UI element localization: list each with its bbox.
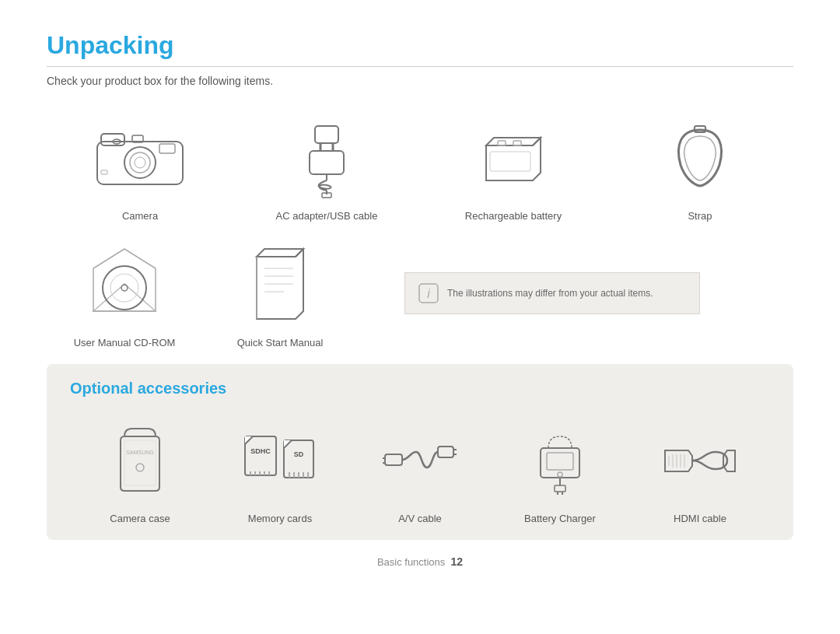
- hdmi-icon: [661, 429, 739, 491]
- adapter-icon: [288, 118, 366, 196]
- svg-rect-38: [124, 440, 156, 485]
- charger-icon: [525, 425, 595, 495]
- note-text: The illustrations may differ from your a…: [447, 288, 653, 299]
- svg-rect-60: [438, 447, 453, 457]
- cdrom-icon: [82, 245, 167, 323]
- svg-text:SDHC: SDHC: [250, 447, 271, 455]
- item-memory-cards: SDHC SD: [214, 413, 346, 524]
- svg-point-4: [135, 157, 145, 168]
- svg-rect-39: [245, 436, 276, 475]
- item-camera: Camera: [62, 110, 218, 222]
- manual-icon: [245, 245, 315, 323]
- svg-marker-76: [723, 450, 735, 471]
- svg-rect-64: [547, 453, 573, 470]
- hdmi-cable-image: [661, 413, 739, 506]
- svg-rect-7: [159, 144, 175, 153]
- item-battery: Rechargeable battery: [436, 110, 591, 222]
- strap-label: Strap: [688, 210, 712, 222]
- items-row1: Camera: [47, 110, 793, 222]
- footer-text: Basic functions: [377, 556, 445, 568]
- memcard-icon: SDHC SD: [241, 429, 319, 491]
- battery-charger-label: Battery Charger: [524, 513, 596, 524]
- footer: Basic functions 12: [47, 555, 793, 568]
- av-cable-image: [381, 413, 459, 506]
- strap-icon: [669, 122, 731, 192]
- optional-title: Optional accessories: [70, 380, 770, 398]
- items-row2: User Manual CD-ROM: [47, 237, 358, 349]
- manual-image: [245, 237, 315, 331]
- svg-rect-57: [385, 454, 402, 465]
- adapter-label: AC adapter/USB cable: [276, 210, 378, 222]
- item-manual: Quick Start Manual: [202, 237, 358, 349]
- hdmi-cable-label: HDMI cable: [674, 513, 726, 524]
- manual-label: Quick Start Manual: [237, 337, 324, 349]
- strap-image: [669, 110, 731, 204]
- footer-page-number: 12: [451, 555, 464, 568]
- svg-point-24: [103, 266, 146, 310]
- av-cable-label: A/V cable: [398, 513, 442, 524]
- item-camera-case: SAMSUNG Camera case: [74, 413, 206, 524]
- cdrom-image: [82, 237, 167, 331]
- camera-image: [89, 110, 191, 204]
- svg-rect-1: [101, 134, 124, 145]
- item-hdmi-cable: HDMI cable: [634, 413, 766, 524]
- item-strap: Strap: [622, 110, 778, 222]
- info-icon: i: [418, 282, 439, 304]
- svg-text:SD: SD: [294, 450, 304, 458]
- battery-label: Rechargeable battery: [465, 210, 562, 222]
- item-battery-charger: Battery Charger: [494, 413, 626, 524]
- cdrom-label: User Manual CD-ROM: [74, 337, 176, 349]
- optional-section: Optional accessories SAMSUNG: [47, 364, 793, 540]
- svg-point-65: [558, 472, 562, 477]
- camera-label: Camera: [122, 210, 158, 222]
- svg-rect-20: [490, 152, 530, 171]
- case-label: Camera case: [110, 513, 170, 524]
- memory-cards-label: Memory cards: [248, 513, 312, 524]
- battery-icon: [478, 130, 548, 184]
- svg-point-3: [130, 152, 150, 173]
- optional-items-grid: SAMSUNG Camera case: [70, 413, 770, 524]
- avcable-icon: [381, 425, 459, 495]
- note-box: i The illustrations may differ from your…: [404, 272, 700, 314]
- item-cdrom: User Manual CD-ROM: [47, 237, 202, 349]
- page-title: Unpacking: [47, 31, 793, 60]
- svg-point-2: [124, 147, 156, 178]
- svg-rect-12: [310, 151, 344, 174]
- row2-container: User Manual CD-ROM: [47, 237, 793, 349]
- case-icon: SAMSUNG: [109, 425, 171, 495]
- svg-point-26: [121, 285, 128, 291]
- svg-text:SAMSUNG: SAMSUNG: [126, 450, 153, 455]
- item-av-cable: A/V cable: [354, 413, 486, 524]
- svg-rect-48: [284, 440, 313, 478]
- page-subtitle: Check your product box for the following…: [47, 75, 793, 87]
- title-divider: [47, 66, 793, 67]
- memory-cards-image: SDHC SD: [241, 413, 319, 506]
- svg-point-25: [110, 274, 138, 302]
- svg-rect-67: [555, 485, 565, 492]
- svg-text:i: i: [427, 287, 430, 300]
- adapter-image: [288, 110, 366, 204]
- camera-case-image: SAMSUNG: [109, 413, 171, 506]
- svg-marker-28: [257, 249, 303, 257]
- svg-point-37: [136, 464, 144, 471]
- battery-charger-image: [525, 413, 595, 506]
- camera-icon: [89, 122, 191, 192]
- battery-image: [478, 110, 548, 204]
- svg-rect-9: [315, 126, 338, 143]
- page-container: Unpacking Check your product box for the…: [0, 0, 840, 591]
- svg-rect-8: [101, 170, 107, 174]
- item-adapter: AC adapter/USB cable: [249, 110, 404, 222]
